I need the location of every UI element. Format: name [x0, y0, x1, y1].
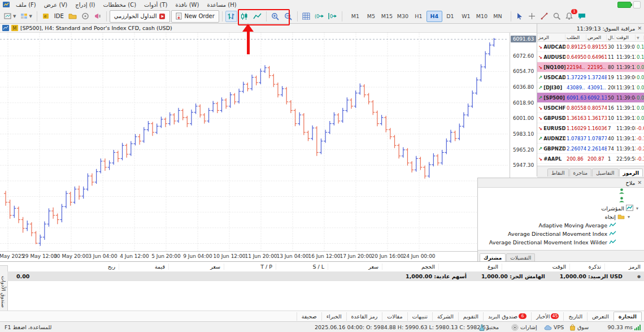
- vps-statusitem[interactable]: VPS: [544, 322, 564, 332]
- timeframe-h4[interactable]: H4: [427, 11, 442, 22]
- toolbox-tab-6[interactable]: الشركة: [432, 312, 458, 321]
- market-watch-row[interactable]: ↘USDCHF0.805580.805741611:39:130.07%: [537, 103, 644, 113]
- toolbox-tab-1[interactable]: التعرض: [587, 312, 613, 321]
- trade-col-8[interactable]: سعر: [168, 264, 224, 270]
- connection-status[interactable]: 90.33 ms: [608, 322, 641, 332]
- algo-trading-button[interactable]: التداول الخوارزمي: [110, 10, 171, 23]
- megaphone-icon[interactable]: [92, 11, 103, 22]
- navigator-item-المؤشرات[interactable]: ▾المؤشرات: [478, 204, 644, 213]
- trade-col-7[interactable]: T / P: [224, 264, 276, 270]
- toolbox-tab-10[interactable]: الخبراء: [321, 312, 346, 321]
- navigator-item-average-directional-movement-index-wilder[interactable]: Average Directional Movement Index Wilde…: [478, 238, 644, 247]
- market-watch-row[interactable]: ↗[SP500]6091.636092.135011:39:040.02%: [537, 93, 644, 103]
- trade-col-9[interactable]: قيمة: [119, 264, 168, 270]
- trade-col-2[interactable]: الوقت: [502, 264, 569, 270]
- timeframe-w1[interactable]: W1: [458, 11, 474, 22]
- close-icon[interactable]: ✕: [637, 25, 642, 31]
- tester-statusitem[interactable]: مختبر: [479, 322, 499, 332]
- menu-item-6[interactable]: مساعدة (H): [203, 2, 240, 8]
- market-watch-row[interactable]: ↘[NQ100]22194..22195..8011:39:130.03%: [537, 62, 644, 72]
- crosshair-button[interactable]: [526, 11, 538, 22]
- community-icon[interactable]: [80, 11, 91, 22]
- chat-icon[interactable]: [576, 11, 588, 22]
- window-box-icon[interactable]: [633, 1, 641, 8]
- navigator-item-account[interactable]: [478, 187, 644, 196]
- toolbox-tab-8[interactable]: مقالات: [382, 312, 407, 321]
- menu-item-5[interactable]: نافذة (W): [171, 2, 203, 8]
- search-icon[interactable]: [551, 11, 563, 22]
- market-statusitem[interactable]: سوق: [569, 322, 589, 332]
- market-watch-row[interactable]: ↘#AAPL200.86200.87122:59:58-0.32%: [537, 154, 644, 164]
- trade-col-4[interactable]: الحجم: [382, 264, 438, 270]
- zoom-out-button[interactable]: [282, 11, 294, 22]
- navigator-item-average-directional-movement-index[interactable]: Average Directional Movement Index: [478, 230, 644, 238]
- trade-col-0[interactable]: الرمز: [604, 264, 644, 270]
- market-watch-row[interactable]: ↘AUDUSD0.649500.649611111:39:120.10%: [537, 52, 644, 62]
- timeframe-h1[interactable]: H1: [411, 11, 427, 22]
- mw-col-4[interactable]: الوقت: [615, 35, 636, 40]
- metaeditor-icon[interactable]: e: [40, 11, 51, 22]
- market-watch-row[interactable]: ↗[DJI30]43089..43091..20011:39:110.03%: [537, 83, 644, 93]
- zoom-in-button[interactable]: [269, 11, 281, 22]
- toolbox-tab-11[interactable]: صحيفة: [297, 312, 321, 321]
- chart-shift-button[interactable]: 0: [327, 11, 339, 22]
- navigator-tab-0[interactable]: مشترك: [480, 253, 506, 261]
- timeframe-m1[interactable]: M1: [347, 11, 363, 22]
- notifications-bell[interactable]: 1: [564, 11, 575, 22]
- menu-item-3[interactable]: مخططات (C): [99, 2, 140, 8]
- price-chart-plot[interactable]: [0, 33, 510, 251]
- timeframe-d1[interactable]: D1: [442, 11, 458, 22]
- market-watch-row[interactable]: ↗GBPNZD2.260742.261487411:39:12-0.21%: [537, 144, 644, 154]
- mw-col-2[interactable]: العرض: [586, 35, 607, 40]
- bars-chart-button[interactable]: [225, 11, 237, 22]
- market-watch-tab-2[interactable]: متاجرة: [569, 169, 592, 176]
- menu-item-2[interactable]: إدراج (I): [71, 2, 99, 8]
- mw-col-1[interactable]: الطلب: [565, 35, 586, 40]
- trade-col-6[interactable]: S / L: [276, 264, 328, 270]
- menu-item-4[interactable]: أدوات (T): [140, 2, 171, 8]
- navigator-item-adaptive-moving-average[interactable]: Adaptive Moving Average: [478, 221, 644, 230]
- toolbox-tab-9[interactable]: رمز القاعدة: [346, 312, 382, 321]
- timeframe-m30[interactable]: M30: [395, 11, 411, 22]
- navigator-tab-1[interactable]: التفضيلات: [506, 253, 535, 261]
- mw-col-3[interactable]: ال...: [607, 35, 615, 40]
- market-watch-row[interactable]: ↗AUDNZD1.078371.078774011:39:12-0.15%: [537, 133, 644, 144]
- candlestick-chart-button[interactable]: [238, 11, 250, 22]
- menu-item-0[interactable]: ملف (F): [12, 2, 40, 8]
- toolbox-tab-3[interactable]: الأخبار45: [531, 312, 563, 321]
- trade-col-3[interactable]: النوع: [438, 264, 502, 270]
- auto-scroll-button[interactable]: (0: [313, 11, 325, 22]
- mw-col-5[interactable]: ▼: [636, 36, 644, 40]
- data-folder-icon[interactable]: [67, 11, 79, 22]
- grid-button[interactable]: [301, 11, 312, 22]
- market-watch-row[interactable]: ↘GBPUSD1.361631.361731011:39:120.02%: [537, 113, 644, 123]
- timeframe-m15[interactable]: M15: [379, 11, 395, 22]
- signals-statusitem[interactable]: إشارات: [511, 322, 537, 332]
- collapse-icon[interactable]: ▾: [626, 214, 631, 219]
- market-watch-tab-0[interactable]: الرموز: [619, 169, 643, 176]
- toolbox-tab-4[interactable]: صندوق البريد6: [483, 312, 531, 321]
- draw-line-button[interactable]: [539, 11, 550, 22]
- timeframe-m5[interactable]: M5: [363, 11, 379, 22]
- menu-item-1[interactable]: عرض (V): [40, 2, 71, 8]
- new-order-button[interactable]: New Order: [171, 10, 219, 23]
- toolbox-tab-5[interactable]: التقويم: [458, 312, 483, 321]
- trade-col-1[interactable]: تذكرة: [569, 264, 604, 270]
- trade-col-10[interactable]: ربح: [99, 264, 119, 270]
- market-watch-row[interactable]: ↗USDCAD1.372291.372481911:39:060.00%: [537, 72, 644, 83]
- time-axis[interactable]: 28 May 202529 May 12:0030 May 20:003 Jun…: [0, 251, 510, 262]
- toolbox-tab-0[interactable]: التجارة: [613, 312, 642, 321]
- navigator-item-account[interactable]: [478, 196, 644, 204]
- timeframe-m10[interactable]: M10: [474, 11, 490, 22]
- market-watch-tab-1[interactable]: التفاصيل: [592, 169, 618, 176]
- profiles-dropdown[interactable]: ▼: [19, 11, 33, 22]
- navigator-item-إتجاه[interactable]: ▾إتجاه: [478, 213, 644, 221]
- mw-col-0[interactable]: الرمز: [537, 35, 565, 40]
- new-chart-dropdown[interactable]: ▼: [2, 11, 18, 22]
- line-chart-button[interactable]: [251, 11, 263, 22]
- cursor-button[interactable]: [514, 11, 525, 22]
- market-watch-tab-3[interactable]: النقاط: [547, 169, 569, 176]
- ide-button[interactable]: IDE: [53, 11, 66, 22]
- market-watch-row[interactable]: ↘EURUSD1.160291.16036711:39:08-0.04%: [537, 123, 644, 133]
- close-icon[interactable]: ✕: [637, 180, 642, 186]
